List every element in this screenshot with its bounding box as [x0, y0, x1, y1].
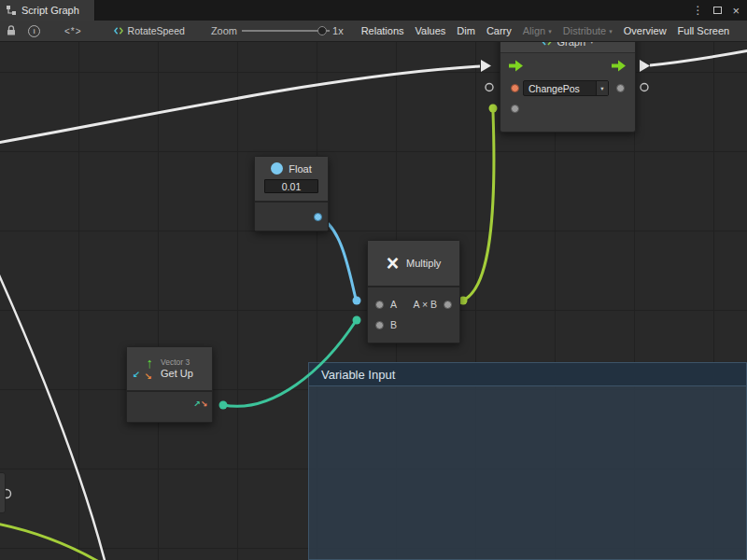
dim-button[interactable]: Dim — [451, 25, 481, 36]
graph-asset-name: RotateSpeed — [128, 25, 185, 36]
float-type-icon — [271, 162, 283, 175]
align-button[interactable]: Align▾ — [517, 25, 557, 36]
input-a-port[interactable] — [375, 301, 384, 309]
unity-visual-scripting-window: Variable Input Graph ▾ — [0, 0, 747, 560]
multiply-node-title: Multiply — [406, 258, 441, 269]
graph-asset-icon — [114, 26, 123, 35]
multiply-node-header[interactable]: × Multiply — [368, 241, 459, 286]
output-port[interactable] — [444, 301, 452, 309]
multiply-icon: × — [387, 253, 399, 274]
multiply-row-a: A A × B — [368, 294, 459, 315]
graph-toolbar: i <*> RotateSpeed Zoom 1x Relations Valu… — [0, 21, 747, 42]
vector3-get-up-node[interactable]: ↑ ↙ ↘ Vector 3 Get Up ↗↘ — [126, 346, 213, 423]
vector3-node-header[interactable]: ↑ ↙ ↘ Vector 3 Get Up — [127, 347, 212, 390]
group-title: Variable Input — [321, 368, 395, 382]
float-node-body — [255, 201, 328, 231]
full-screen-button[interactable]: Full Screen — [672, 25, 736, 36]
window-controls: ⋮ × — [692, 0, 747, 21]
input-b-label: B — [390, 319, 397, 330]
tab-script-graph[interactable]: Script Graph — [0, 0, 95, 21]
values-button[interactable]: Values — [410, 25, 452, 36]
window-tab-bar: Script Graph ⋮ × — [0, 0, 747, 21]
variable-name-value: ChangePos — [524, 83, 596, 94]
overview-button[interactable]: Overview — [618, 25, 672, 36]
info-icon[interactable]: i — [28, 25, 40, 37]
vector3-output-port[interactable]: ↗↘ — [193, 400, 207, 409]
script-graph-tab-icon — [6, 5, 17, 16]
value-output-port[interactable] — [616, 84, 625, 92]
carry-button[interactable]: Carry — [481, 25, 517, 36]
input-a-label: A — [390, 299, 397, 310]
lock-icon[interactable] — [6, 25, 17, 36]
maximize-icon[interactable] — [713, 7, 722, 14]
zoom-slider[interactable] — [242, 21, 330, 41]
float-value-input[interactable] — [264, 179, 318, 193]
zoom-slider-knob[interactable] — [317, 26, 327, 35]
vector3-up-icon: ↑ ↙ ↘ — [134, 358, 154, 379]
float-output-port[interactable] — [314, 213, 322, 221]
toolbar-buttons: Relations Values Dim Carry Align▾ Distri… — [356, 25, 736, 36]
tab-title: Script Graph — [21, 5, 79, 16]
group-variable-input: Variable Input — [308, 362, 747, 560]
chevron-down-icon: ▾ — [548, 28, 552, 35]
zoom-label: Zoom — [211, 25, 237, 36]
distribute-button[interactable]: Distribute▾ — [557, 25, 618, 36]
multiply-row-b: B — [368, 315, 459, 335]
variable-name-dropdown[interactable]: ChangePos ▾ — [523, 80, 609, 96]
float-literal-node[interactable]: Float — [254, 156, 329, 231]
kebab-menu-icon[interactable]: ⋮ — [692, 5, 703, 16]
vector3-node-title: Get Up — [161, 368, 193, 380]
dropdown-caret-icon[interactable]: ▾ — [596, 81, 608, 95]
value-input-port[interactable] — [511, 105, 519, 113]
vector3-node-body: ↗↘ — [127, 390, 212, 422]
zoom-slider-track[interactable] — [242, 30, 330, 32]
sockets-icon[interactable]: <*> — [64, 26, 82, 36]
vector3-type-label: Vector 3 — [161, 357, 193, 367]
flow-output-arrow[interactable] — [612, 60, 627, 72]
variable-input-port[interactable] — [511, 84, 519, 92]
close-icon[interactable]: × — [732, 5, 740, 17]
graph-asset-chip[interactable]: RotateSpeed — [114, 25, 185, 36]
flow-input-arrow[interactable] — [509, 60, 524, 72]
chevron-down-icon: ▾ — [609, 28, 613, 35]
float-node-title: Float — [289, 163, 311, 175]
multiply-node-body: A A × B B — [368, 286, 459, 343]
multiply-node[interactable]: × Multiply A A × B B — [367, 240, 460, 343]
input-b-port[interactable] — [375, 321, 384, 329]
zoom-value: 1x — [332, 25, 344, 36]
output-label: A × B — [414, 299, 437, 310]
group-header[interactable]: Variable Input — [309, 363, 746, 386]
float-node-header[interactable]: Float — [255, 157, 328, 201]
offscreen-node-partial[interactable] — [0, 472, 6, 513]
relations-button[interactable]: Relations — [356, 25, 410, 36]
graph-output-node[interactable]: Graph ▾ ChangePos ▾ — [500, 30, 636, 133]
